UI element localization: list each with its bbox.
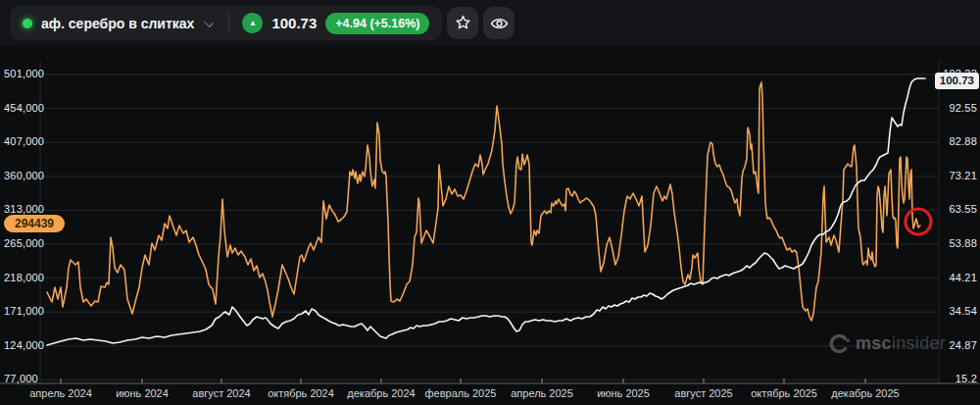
watermark-brand-light: insider: [892, 333, 946, 353]
watermark: mscinsider: [828, 332, 946, 355]
watermark-brand-bold: msc: [856, 333, 892, 353]
chart-application: аф. серебро в слитках ▲ 100.73 +4.94 (+5…: [0, 0, 980, 405]
right-axis-value-badge: 100.73: [935, 73, 979, 89]
left-axis-value-badge: 294439: [4, 215, 65, 232]
mscinsider-logo-icon: [828, 332, 851, 355]
chart-area[interactable]: 501,000102.22454,00092.55407,00082.88360…: [0, 46, 980, 405]
